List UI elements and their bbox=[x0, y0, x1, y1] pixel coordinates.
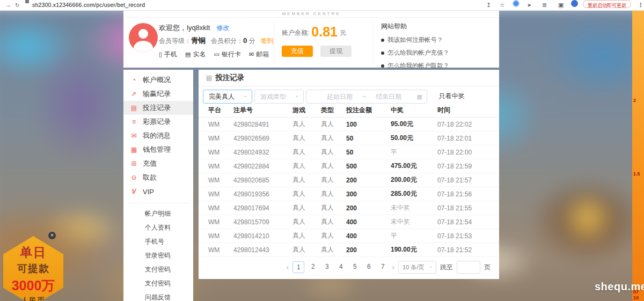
reload-icon[interactable]: ↻ bbox=[15, 0, 19, 10]
sidebar-menu-item[interactable]: ≡ 彩票记录 bbox=[123, 115, 193, 129]
sidebar-link[interactable]: 登录密码 bbox=[123, 248, 193, 262]
table-row[interactable]: WM 4298028491 真人 真人 100 95.00元 07-18 22:… bbox=[199, 118, 499, 131]
update-chip[interactable]: 重新启动即可更新 bbox=[583, 0, 631, 8]
bookmark-star-icon[interactable]: ☆ bbox=[500, 0, 505, 10]
verify-item-label: 银行卡 bbox=[222, 50, 241, 59]
sidebar-menu-item[interactable]: ⇗ 输赢纪录 bbox=[123, 87, 193, 101]
jump-page-input[interactable] bbox=[457, 261, 480, 274]
sidebar-link[interactable]: 帐户明细 bbox=[123, 207, 193, 221]
browser-menu-icon[interactable]: ⋮ bbox=[638, 0, 643, 10]
sidebar-menu-label: 帐户概况 bbox=[143, 75, 171, 85]
sidebar-menu-item[interactable]: ⊖ 取款 bbox=[123, 171, 193, 185]
verify-item-icon: ▭ bbox=[214, 51, 219, 58]
user-avatar bbox=[129, 23, 158, 52]
cell-game: 真人 bbox=[292, 175, 321, 185]
verify-item[interactable]: ✉ 邮箱 bbox=[249, 50, 269, 59]
page-size-select[interactable]: 10 条/页 ⌄ bbox=[398, 261, 436, 274]
table-row[interactable]: WM 4298015709 真人 真人 400 未中奖 07-18 21:54 bbox=[199, 215, 499, 229]
chevron-down-icon: ⌄ bbox=[429, 260, 433, 272]
date-separator: ~ bbox=[362, 93, 366, 100]
verify-item[interactable]: ▭ 银行卡 bbox=[214, 50, 240, 59]
platform-select[interactable]: 完美真人 ⌄ bbox=[203, 90, 252, 104]
profile-avatar[interactable] bbox=[571, 0, 578, 7]
reading-list-icon[interactable]: ≣ bbox=[542, 0, 547, 10]
page-number[interactable]: 3 bbox=[321, 261, 332, 272]
level-value: 青铜 bbox=[191, 36, 206, 45]
prev-page-icon[interactable]: ‹ bbox=[287, 263, 289, 271]
bullet-icon bbox=[381, 39, 384, 42]
cell-prize: 285.00元 bbox=[391, 189, 437, 199]
page-number[interactable]: 5 bbox=[349, 261, 360, 272]
sidebar-link[interactable]: 支付密码 bbox=[123, 276, 193, 290]
sidebar-menu-item[interactable]: ▦ 钱包管理 bbox=[123, 143, 193, 157]
divider bbox=[274, 22, 274, 63]
sidebar-link[interactable]: 手机号 bbox=[123, 234, 193, 248]
table-row[interactable]: WM 4298014210 真人 真人 400 平 07-18 21:53 bbox=[199, 229, 499, 243]
verify-item[interactable]: ▯ 手机 bbox=[159, 50, 177, 59]
promo-close-icon[interactable]: × bbox=[48, 232, 56, 239]
sidebar-menu-item[interactable]: V VIP bbox=[123, 185, 193, 199]
verify-row: ▯ 手机 ▤ 实名 ▭ 银行卡 ✉ 邮箱 bbox=[159, 50, 269, 59]
sidebar-menu-icon: ⇗ bbox=[130, 90, 138, 98]
table-row[interactable]: WM 4298024932 真人 真人 50 平 07-18 22:00 bbox=[199, 145, 499, 159]
bet-record-title-icon: ▤ bbox=[206, 74, 212, 82]
help-item[interactable]: 怎么给我的帐户取款？ bbox=[381, 62, 494, 70]
sidebar-menu-icon: ⊞ bbox=[130, 160, 138, 167]
verify-item[interactable]: ▤ 实名 bbox=[185, 50, 206, 59]
game-type-select[interactable]: 游戏类型 ⌄ bbox=[254, 90, 304, 104]
url-bar[interactable]: sh2300.x12346666.com/pc/user/bet_record bbox=[32, 0, 145, 10]
page-number[interactable]: 1 bbox=[292, 261, 304, 273]
table-row[interactable]: WM 4298017694 真人 真人 200 未中奖 07-18 21:55 bbox=[199, 201, 499, 215]
cell-order-no: 4298028491 bbox=[233, 121, 292, 128]
date-range-picker[interactable]: 起始日期 ~ 结束日期 ▦ bbox=[306, 90, 427, 104]
right-promo-strip: 2 1.5 07 10 bbox=[632, 10, 644, 301]
table-row[interactable]: WM 4298019356 真人 真人 300 285.00元 07-18 21… bbox=[199, 187, 499, 201]
only-win-filter[interactable]: 只看中奖 bbox=[439, 90, 465, 102]
points-label: 会员积分： bbox=[211, 37, 243, 45]
table-row[interactable]: WM 4298012443 真人 真人 200 190.00元 07-18 21… bbox=[199, 243, 499, 257]
table-row[interactable]: WM 4298022884 真人 真人 500 475.00元 07-18 21… bbox=[199, 159, 499, 173]
sidebar-menu-label: 彩票记录 bbox=[143, 117, 171, 127]
page-number[interactable]: 6 bbox=[363, 261, 374, 272]
share-icon[interactable]: ↥ bbox=[486, 0, 491, 10]
pin-icon[interactable]: ➤ bbox=[527, 0, 531, 10]
checkin-link[interactable]: 签到 bbox=[261, 37, 274, 45]
jump-unit: 页 bbox=[484, 263, 491, 272]
deposit-button[interactable]: 充值 bbox=[282, 46, 313, 57]
page-title: 投注记录 bbox=[215, 73, 244, 83]
cell-platform: WM bbox=[208, 218, 233, 226]
sidebar-link[interactable]: 支付密码 bbox=[123, 262, 193, 276]
table-row[interactable]: WM 4298026569 真人 真人 50 50.00元 07-18 22:0… bbox=[199, 131, 499, 145]
page-number[interactable]: 2 bbox=[308, 261, 318, 272]
cell-prize: 200.00元 bbox=[391, 175, 437, 185]
sidebar-menu-item[interactable]: ✉ 我的消息 bbox=[123, 129, 193, 143]
strip-fragment: 10 bbox=[633, 295, 639, 300]
forward-icon[interactable]: → bbox=[5, 0, 11, 10]
cell-time: 07-18 21:59 bbox=[437, 163, 499, 170]
date-start-placeholder: 起始日期 bbox=[327, 92, 353, 101]
extension-icon[interactable] bbox=[513, 0, 519, 7]
verify-item-icon: ✉ bbox=[249, 51, 254, 58]
sidebar-menu-item[interactable]: ⊞ 充值 bbox=[123, 157, 193, 171]
cell-order-no: 4298017694 bbox=[233, 204, 292, 212]
help-item[interactable]: 我该如何注册帐号？ bbox=[381, 36, 494, 44]
sidebar-menu-item[interactable]: ▤ 投注记录 bbox=[123, 101, 193, 115]
divider bbox=[373, 22, 374, 63]
sidebar-link[interactable]: 问题反馈 bbox=[123, 290, 193, 301]
sidebar-link[interactable]: 个人资料 bbox=[123, 221, 193, 234]
table-row[interactable]: WM 4298020685 真人 真人 200 200.00元 07-18 21… bbox=[199, 173, 499, 187]
next-page-icon[interactable]: › bbox=[392, 263, 394, 271]
page-number[interactable]: 7 bbox=[377, 261, 388, 272]
sidebar-menu-item[interactable]: ◔ 帐户概况 bbox=[123, 73, 193, 87]
withdraw-button[interactable]: 提现 bbox=[320, 46, 352, 57]
edit-link[interactable]: 修改 bbox=[216, 24, 229, 32]
help-item[interactable]: 怎么给我的帐户充值？ bbox=[381, 49, 494, 57]
cell-platform: WM bbox=[208, 190, 233, 198]
cell-type: 真人 bbox=[321, 161, 346, 171]
table-header-cell: 类型 bbox=[321, 106, 346, 115]
cell-time: 07-18 21:56 bbox=[437, 190, 499, 198]
side-panel-icon[interactable]: ▣ bbox=[558, 0, 564, 10]
cell-amount: 400 bbox=[346, 232, 391, 240]
cell-time: 07-18 21:57 bbox=[437, 177, 499, 184]
page-number[interactable]: 4 bbox=[335, 261, 346, 272]
